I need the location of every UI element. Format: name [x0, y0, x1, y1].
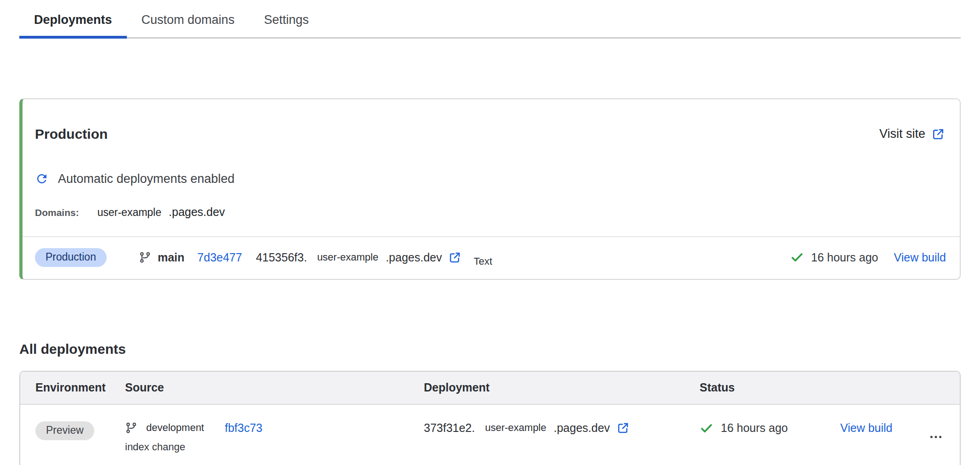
- deployment-url-link[interactable]: 373f31e2. user-example .pages.dev: [424, 421, 630, 435]
- branch-group: main: [139, 251, 184, 264]
- deployment-time: 16 hours ago: [721, 421, 788, 435]
- git-branch-icon: [139, 251, 151, 264]
- deployment-suffix: .pages.dev: [554, 421, 610, 435]
- all-deployments-title: All deployments: [19, 341, 980, 357]
- tab-deployments[interactable]: Deployments: [19, 13, 127, 37]
- check-icon: [790, 250, 804, 264]
- deployment-id: 373f31e2.: [424, 421, 475, 435]
- environment-badge-production: Production: [35, 248, 107, 267]
- column-header-source: Source: [125, 381, 424, 394]
- status-cell: 16 hours ago: [700, 421, 840, 435]
- commit-hash-link[interactable]: fbf3c73: [225, 421, 262, 435]
- view-build-link[interactable]: View build: [840, 421, 893, 434]
- column-header-deployment: Deployment: [424, 381, 700, 394]
- deployment-suffix: .pages.dev: [386, 251, 442, 264]
- auto-deployments-text: Automatic deployments enabled: [58, 172, 234, 186]
- auto-deployments-row: Automatic deployments enabled: [23, 172, 960, 186]
- domains-row: Domains: user-example .pages.dev: [23, 205, 960, 219]
- deployment-time: 16 hours ago: [811, 251, 878, 264]
- external-link-icon: [931, 127, 945, 141]
- refresh-icon: [35, 172, 49, 186]
- domain-name: user-example: [97, 206, 161, 219]
- column-header-environment: Environment: [35, 381, 125, 394]
- table-header-row: Environment Source Deployment Status: [20, 372, 960, 405]
- deployment-status: 16 hours ago: [790, 250, 878, 264]
- visit-site-link[interactable]: Visit site: [879, 127, 945, 141]
- row-menu-button[interactable]: [926, 428, 946, 446]
- external-link-icon: [448, 251, 462, 264]
- production-card: Production Visit site Automatic deployme…: [19, 98, 961, 280]
- table-row: Preview development fbf3c73 index change: [20, 405, 960, 465]
- domain-suffix: .pages.dev: [169, 205, 225, 219]
- ellipsis-menu-icon: [928, 430, 944, 444]
- deployment-id: 415356f3.: [256, 251, 307, 264]
- commit-message: index change: [125, 441, 424, 453]
- environment-badge-preview: Preview: [35, 421, 94, 440]
- tab-custom-domains[interactable]: Custom domains: [127, 13, 250, 37]
- branch-name: main: [158, 251, 184, 264]
- git-branch-icon: [125, 422, 137, 434]
- check-icon: [700, 421, 713, 435]
- branch-name: development: [146, 422, 204, 434]
- view-build-cell: View build: [840, 421, 905, 435]
- column-header-status: Status: [700, 381, 840, 394]
- source-cell: development fbf3c73 index change: [125, 421, 424, 453]
- deployment-domain: user-example: [317, 251, 378, 263]
- deployment-url-link[interactable]: 415356f3. user-example .pages.dev: [256, 251, 462, 264]
- production-title: Production: [35, 126, 108, 142]
- commit-hash-link[interactable]: 7d3e477: [197, 251, 242, 264]
- visit-site-label: Visit site: [879, 127, 925, 141]
- production-card-header: Production Visit site: [23, 99, 960, 153]
- view-build-link[interactable]: View build: [894, 251, 946, 264]
- production-deployment-row: Production main 7d3e477 415356f3. user-e…: [23, 237, 960, 279]
- tab-settings[interactable]: Settings: [249, 13, 324, 37]
- domains-label: Domains:: [35, 207, 79, 218]
- deployments-table: Environment Source Deployment Status Pre…: [19, 371, 961, 465]
- tab-bar: Deployments Custom domains Settings: [19, 0, 961, 39]
- commit-message: Text: [473, 255, 492, 267]
- deployment-domain: user-example: [485, 422, 546, 434]
- external-link-icon: [616, 421, 630, 435]
- deployment-cell: 373f31e2. user-example .pages.dev: [424, 421, 700, 435]
- environment-cell: Preview: [35, 421, 125, 440]
